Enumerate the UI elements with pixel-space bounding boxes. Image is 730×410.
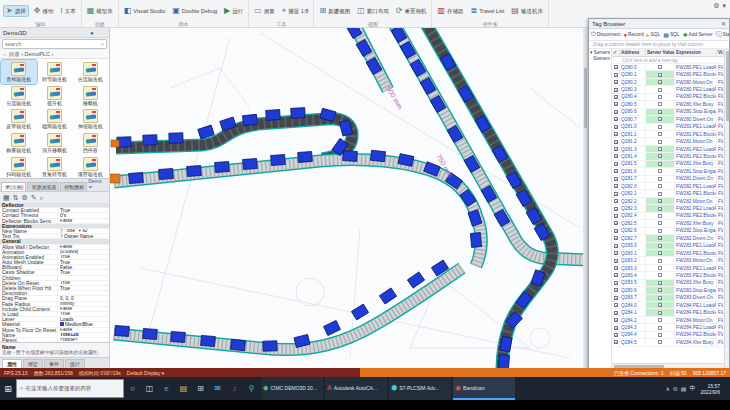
panel-header-buttons[interactable]: ● · · bbox=[90, 30, 106, 36]
tag-grid-column-headers[interactable]: ✓ Address Server Value Expression Visual bbox=[612, 49, 724, 57]
tab-control-panel[interactable]: 控制面板 bbox=[60, 182, 87, 191]
catalog-item[interactable]: 分流输送机 bbox=[1, 84, 37, 108]
tag-row[interactable]: Q282.5 FW282.Xfer.Busy FW282.Xfer.Busy bbox=[612, 220, 724, 227]
tag-active-checkbox[interactable] bbox=[612, 183, 620, 189]
tag-row[interactable]: Q284.3 FW284.PE2.LoadArrived FW284.PE2.L… bbox=[612, 324, 724, 331]
tag-row[interactable]: Q282.1 FW282.PE1.Blocked FW282.PE1.Block… bbox=[612, 190, 724, 197]
tag-row[interactable]: Q282.7 FW282.Divert.On FW282.Divert.On bbox=[612, 235, 724, 242]
tote-box[interactable] bbox=[169, 133, 183, 143]
ribbon-button[interactable]: ⌖捕捉 1:8 bbox=[280, 6, 311, 16]
demo-dropdown[interactable]: Demo ⏷ bbox=[88, 178, 108, 191]
ribbon-button[interactable]: ◫窗口布局 bbox=[355, 6, 391, 16]
tag-row[interactable]: Q283.5 FW283.Xfer.Busy FW283.Xfer.Busy bbox=[612, 280, 724, 287]
tag-active-checkbox[interactable] bbox=[612, 131, 620, 137]
catalog-item[interactable]: 直线输送机 bbox=[1, 60, 37, 84]
tote-box[interactable] bbox=[343, 151, 358, 162]
tag-row[interactable]: Q282.6 FW282.Stop.Engaged FW282.Stop.Eng… bbox=[612, 228, 724, 235]
tab-catalog[interactable]: 类(示例) bbox=[1, 182, 26, 191]
tag-active-checkbox[interactable] bbox=[612, 64, 620, 70]
taskbar-quick-icon[interactable]: e bbox=[158, 377, 175, 400]
tote-box[interactable] bbox=[271, 155, 286, 166]
tag-row[interactable]: Q284.4 FW284.PE2.Blocked FW284.PE2.Block… bbox=[612, 332, 724, 339]
tag-server-value[interactable] bbox=[646, 71, 675, 77]
tote-box[interactable] bbox=[187, 166, 202, 177]
tote-box[interactable] bbox=[379, 288, 396, 304]
taskbar-quick-icon[interactable]: ♪ bbox=[226, 377, 243, 400]
tag-row[interactable]: Q281.5 FW281.Xfer.Busy FW281.Xfer.Busy bbox=[612, 161, 724, 168]
tag-server-value[interactable] bbox=[646, 332, 675, 338]
tag-server-value[interactable] bbox=[646, 302, 675, 308]
tote-box[interactable] bbox=[371, 150, 386, 161]
ribbon-button[interactable]: ➤选择 bbox=[3, 5, 29, 17]
tote-box[interactable] bbox=[171, 332, 186, 343]
taskbar-app-button[interactable]: ⬢ S7-PLCSIM Adv... bbox=[389, 377, 451, 400]
ribbon-button[interactable]: ◧Visual Studio bbox=[122, 6, 168, 16]
tag-row[interactable]: Q280.5 FW280.Xfer.Busy FW280.Xfer.Busy bbox=[612, 101, 724, 108]
tag-row[interactable]: Q281.0 FW281.PE1.LoadArrived FW281.PE1.L… bbox=[612, 124, 724, 131]
tag-active-checkbox[interactable] bbox=[612, 302, 620, 308]
tote-box[interactable] bbox=[500, 336, 512, 352]
tag-server-value[interactable] bbox=[646, 205, 675, 211]
tag-server-value[interactable] bbox=[646, 109, 675, 115]
tag-active-checkbox[interactable] bbox=[612, 198, 620, 204]
tote-box[interactable] bbox=[243, 114, 258, 125]
tag-browser-toolbar-button[interactable]: ⓘStart Items bbox=[716, 30, 729, 39]
tag-server-value[interactable] bbox=[646, 257, 675, 263]
tag-row[interactable]: Q283.6 FW283.Stop.Engaged FW283.Stop.Eng… bbox=[612, 287, 724, 294]
tag-row[interactable]: Q281.6 FW281.Stop.Engaged FW281.Stop.Eng… bbox=[612, 168, 724, 175]
catalog-item[interactable]: 合流输送机 bbox=[72, 60, 108, 84]
tag-server-value[interactable] bbox=[646, 250, 675, 256]
tote-box[interactable] bbox=[298, 152, 313, 163]
tree-node-siemens[interactable]: · Siemens S7 bbox=[590, 56, 610, 62]
tag-active-checkbox[interactable] bbox=[612, 190, 620, 196]
catalog-item[interactable]: 挡停器 bbox=[72, 131, 108, 155]
tag-active-checkbox[interactable] bbox=[612, 176, 620, 182]
tag-server-value[interactable] bbox=[646, 272, 675, 278]
tag-server-value[interactable] bbox=[646, 64, 675, 70]
tag-server-value[interactable] bbox=[646, 228, 675, 234]
properties-toolbar-icon[interactable]: ⚙ bbox=[22, 194, 28, 202]
catalog-item[interactable]: 移载机 bbox=[72, 84, 108, 108]
tote-box[interactable] bbox=[407, 272, 424, 288]
ribbon-button[interactable]: I文本 bbox=[58, 6, 77, 16]
tote-box[interactable] bbox=[470, 233, 481, 248]
tag-row[interactable]: Q283.0 FW283.PE1.LoadArrived FW283.PE1.L… bbox=[612, 243, 724, 250]
tag-server-value[interactable] bbox=[646, 94, 675, 100]
tag-active-checkbox[interactable] bbox=[612, 205, 620, 211]
properties-toolbar-icon[interactable]: ⌕ bbox=[40, 194, 44, 202]
tag-server-value[interactable] bbox=[646, 153, 675, 159]
tag-active-checkbox[interactable] bbox=[612, 243, 620, 249]
tag-server-value[interactable] bbox=[646, 79, 675, 85]
tag-active-checkbox[interactable] bbox=[612, 94, 620, 100]
3d-viewport[interactable]: 500 mm 750 mm bbox=[110, 28, 588, 368]
tag-server-value[interactable] bbox=[646, 131, 675, 137]
ribbon-button[interactable]: ▦模型库 bbox=[85, 6, 115, 16]
taskbar-app-button[interactable]: ◆ CIMC DEMO3D 20... bbox=[261, 377, 323, 400]
tote-box[interactable] bbox=[498, 355, 509, 368]
chevron-down-icon[interactable]: ▾ bbox=[722, 2, 726, 10]
add-new-tag-row[interactable]: Click here to add a new tag. bbox=[612, 57, 724, 64]
tag-active-checkbox[interactable] bbox=[612, 213, 620, 219]
tag-browser-toolbar-button[interactable]: ▸SQL bbox=[647, 31, 661, 38]
tag-active-checkbox[interactable] bbox=[612, 287, 620, 293]
tag-row[interactable]: Q284.1 FW284.PE1.Blocked FW284.PE1.Block… bbox=[612, 309, 724, 316]
tote-box[interactable] bbox=[243, 159, 258, 170]
breadcrumb[interactable]: ⌂ 目录 › DemoPLC › bbox=[0, 50, 109, 59]
tag-row[interactable]: Q283.1 FW283.PE1.Blocked FW283.PE1.Block… bbox=[612, 250, 724, 257]
language-indicator[interactable]: 中 bbox=[690, 384, 696, 393]
catalog-item[interactable]: 皮带输送机 bbox=[1, 108, 37, 132]
catalog-item[interactable]: 顶升移载机 bbox=[37, 131, 73, 155]
tote-box[interactable] bbox=[143, 135, 157, 145]
tag-row[interactable]: Q281.1 FW281.PE1.Blocked FW281.PE1.Block… bbox=[612, 131, 724, 138]
tag-row[interactable]: Q283.2 FW283.Motor.On FW283.Motor.On bbox=[612, 257, 724, 264]
catalog-item[interactable]: 扫码输送机 bbox=[1, 155, 37, 178]
tag-server-value[interactable] bbox=[646, 324, 675, 330]
tag-active-checkbox[interactable] bbox=[612, 317, 620, 323]
tag-server-value[interactable] bbox=[646, 220, 675, 226]
tab-bindings[interactable]: 绑定 bbox=[23, 359, 43, 368]
tag-active-checkbox[interactable] bbox=[612, 168, 620, 174]
tag-server-value[interactable] bbox=[646, 161, 675, 167]
tag-active-checkbox[interactable] bbox=[612, 257, 620, 263]
close-icon[interactable]: ✕ bbox=[721, 20, 726, 27]
tag-server-value[interactable] bbox=[646, 339, 675, 345]
